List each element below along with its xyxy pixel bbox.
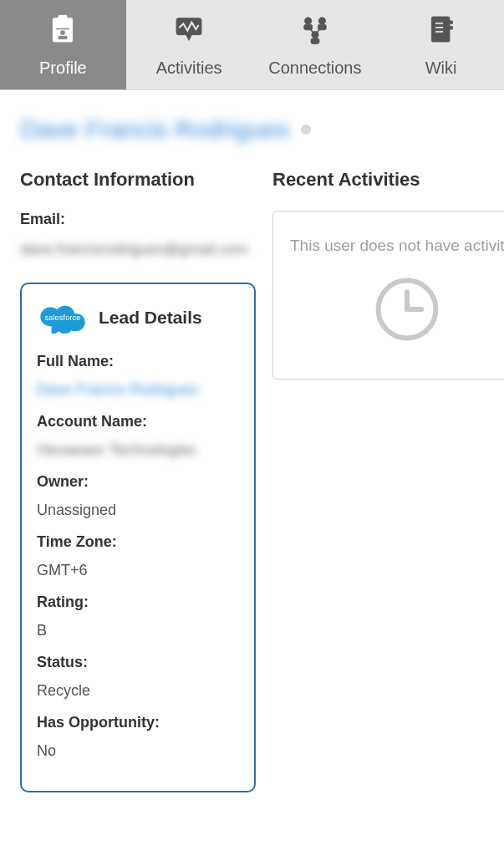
tab-label: Connections	[268, 59, 361, 78]
svg-rect-20	[435, 30, 443, 33]
clock-icon	[290, 273, 504, 345]
svg-marker-6	[186, 34, 192, 40]
email-label: Email:	[20, 211, 256, 228]
lead-status-value: Recycle	[37, 680, 239, 702]
recent-activities-box: This user does not have activities	[272, 211, 504, 380]
recent-activities-title: Recent Activities	[272, 169, 504, 191]
lead-rating-label: Rating:	[37, 594, 239, 611]
activities-empty-message: This user does not have activities	[290, 237, 504, 255]
lead-owner-value: Unassigned	[37, 499, 239, 522]
tab-label: Wiki	[425, 59, 457, 78]
svg-rect-19	[435, 26, 443, 28]
tab-bar: Profile Activities Connections Wiki	[0, 0, 504, 90]
contact-section-title: Contact Information	[20, 169, 256, 191]
svg-rect-17	[446, 26, 452, 28]
tab-connections[interactable]: Connections	[252, 0, 379, 89]
lead-details-panel: salesforce Lead Details Full Name: Dave …	[20, 283, 256, 792]
tab-label: Profile	[39, 59, 87, 78]
activities-icon	[172, 13, 206, 50]
salesforce-cloud-icon: salesforce	[37, 301, 89, 334]
svg-rect-12	[311, 38, 319, 43]
lead-timezone-value: GMT+6	[37, 559, 239, 582]
tab-activities[interactable]: Activities	[126, 0, 252, 89]
page-header: Dave Francis Rodrigues	[0, 90, 504, 152]
svg-rect-16	[446, 21, 452, 23]
salesforce-badge-label: salesforce	[44, 313, 80, 322]
svg-point-9	[318, 17, 325, 23]
tab-label: Activities	[156, 59, 222, 78]
connections-icon	[298, 13, 332, 50]
lead-account-value: Hexaware Technologies	[37, 439, 239, 461]
profile-name: Dave Francis Rodrigues	[20, 115, 289, 144]
svg-point-3	[60, 29, 66, 35]
lead-opportunity-value: No	[37, 740, 239, 762]
profile-icon	[46, 13, 79, 50]
lead-details-title: Lead Details	[99, 308, 202, 328]
svg-rect-1	[59, 15, 67, 21]
svg-point-7	[304, 17, 311, 23]
presence-dot-icon	[301, 125, 311, 135]
svg-rect-4	[59, 35, 69, 39]
lead-fullname-label: Full Name:	[37, 353, 239, 370]
lead-timezone-label: Time Zone:	[37, 533, 239, 551]
lead-rating-value: B	[37, 619, 239, 642]
wiki-icon	[425, 13, 458, 50]
tab-wiki[interactable]: Wiki	[378, 0, 504, 89]
lead-account-label: Account Name:	[37, 413, 239, 431]
svg-rect-18	[435, 22, 443, 24]
lead-status-label: Status:	[37, 654, 239, 671]
lead-fullname-value[interactable]: Dave Francis Rodrigues	[37, 379, 239, 401]
email-value: dave.francisrodrigues@gmail.com	[20, 238, 256, 261]
tab-profile[interactable]: Profile	[0, 0, 126, 89]
lead-opportunity-label: Has Opportunity:	[37, 714, 239, 731]
lead-owner-label: Owner:	[37, 473, 239, 491]
